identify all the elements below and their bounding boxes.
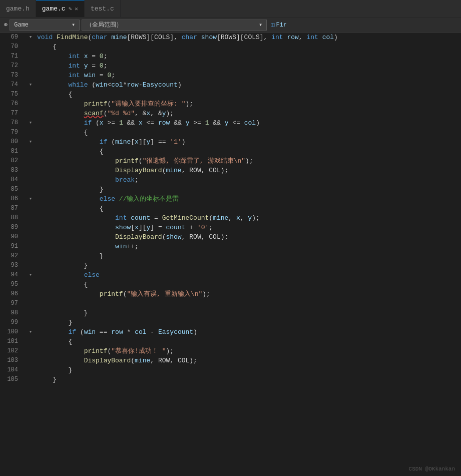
line-row-78: if (x >= 1 && x <= row && y >= 1 && y <=… bbox=[37, 118, 461, 128]
line-num-80: 80 bbox=[0, 137, 22, 147]
line-row-84: break; bbox=[37, 175, 461, 185]
tab-modified-icon: ✎ bbox=[69, 6, 72, 12]
line-num-70: 70 bbox=[0, 42, 22, 52]
line-row-69: void FindMine(char mine[ROWS][COLS], cha… bbox=[37, 33, 461, 42]
line-num-79: 79 bbox=[0, 128, 22, 137]
line-num-98: 98 bbox=[0, 308, 22, 318]
code-area: 69 70 71 72 73 74 75 76 77 78 79 80 81 8… bbox=[0, 33, 461, 476]
line-num-97: 97 bbox=[0, 299, 22, 308]
fold-90 bbox=[26, 232, 35, 242]
line-num-74: 74 bbox=[0, 80, 22, 90]
global-scope-chevron-icon: ▾ bbox=[259, 21, 262, 29]
fold-92 bbox=[26, 251, 35, 261]
line-num-94: 94 bbox=[0, 270, 22, 280]
line-num-81: 81 bbox=[0, 147, 22, 156]
line-row-70: { bbox=[37, 42, 461, 52]
fold-74[interactable]: ▾ bbox=[26, 80, 35, 90]
line-row-93: } bbox=[37, 261, 461, 270]
line-num-101: 101 bbox=[0, 337, 22, 346]
line-row-104: } bbox=[37, 365, 461, 375]
fold-96 bbox=[26, 289, 35, 299]
line-num-95: 95 bbox=[0, 280, 22, 289]
fold-77 bbox=[26, 109, 35, 118]
line-row-73: int win = 0; bbox=[37, 71, 461, 80]
tab-game-c-close[interactable]: ✕ bbox=[75, 6, 78, 12]
fold-69[interactable]: ▾ bbox=[26, 33, 35, 42]
fold-94[interactable]: ▾ bbox=[26, 270, 35, 280]
line-num-82: 82 bbox=[0, 156, 22, 166]
line-num-89: 89 bbox=[0, 223, 22, 232]
line-num-71: 71 bbox=[0, 52, 22, 61]
line-row-80: if (mine[x][y] == '1') bbox=[37, 137, 461, 147]
fold-78[interactable]: ▾ bbox=[26, 118, 35, 128]
line-row-91: win++; bbox=[37, 242, 461, 251]
line-num-87: 87 bbox=[0, 204, 22, 213]
fold-103 bbox=[26, 356, 35, 365]
toolbar-plus-icon: ⊕ bbox=[4, 21, 8, 29]
global-scope-dropdown[interactable]: （全局范围） ▾ bbox=[82, 20, 267, 31]
line-row-74: while (win<col*row-Easycount) bbox=[37, 80, 461, 90]
line-num-77: 77 bbox=[0, 109, 22, 118]
tab-bar: game.h game.c ✎ ✕ test.c bbox=[0, 0, 461, 18]
scope-dropdown[interactable]: Game ▾ bbox=[10, 20, 80, 31]
fold-98 bbox=[26, 308, 35, 318]
fold-105 bbox=[26, 375, 35, 384]
line-row-105: } bbox=[37, 375, 461, 384]
line-row-99: } bbox=[37, 318, 461, 327]
fold-75 bbox=[26, 90, 35, 99]
line-num-75: 75 bbox=[0, 90, 22, 99]
scope-chevron-icon: ▾ bbox=[72, 21, 75, 29]
line-row-85: } bbox=[37, 185, 461, 194]
watermark: CSDN @OKkankan bbox=[409, 466, 455, 472]
line-row-87: { bbox=[37, 204, 461, 213]
line-num-72: 72 bbox=[0, 61, 22, 71]
line-num-88: 88 bbox=[0, 213, 22, 223]
fold-100[interactable]: ▾ bbox=[26, 327, 35, 337]
fold-93 bbox=[26, 261, 35, 270]
nav-icon: ◫ bbox=[271, 21, 274, 29]
scope-label: Game bbox=[14, 22, 29, 29]
line-row-90: DisplayBoard(show, ROW, COL); bbox=[37, 232, 461, 242]
line-row-94: else bbox=[37, 270, 461, 280]
line-num-69: 69 bbox=[0, 33, 22, 42]
line-row-95: { bbox=[37, 280, 461, 289]
line-row-83: DisplayBoard(mine, ROW, COL); bbox=[37, 166, 461, 175]
tab-test-c[interactable]: test.c bbox=[85, 0, 121, 17]
line-num-93: 93 bbox=[0, 261, 22, 270]
fold-80[interactable]: ▾ bbox=[26, 137, 35, 147]
line-row-102: printf("恭喜你!成功！ "); bbox=[37, 346, 461, 356]
fold-89 bbox=[26, 223, 35, 232]
nav-box: ◫ Fir bbox=[271, 21, 287, 29]
tab-game-h[interactable]: game.h bbox=[0, 0, 36, 17]
fold-column: ▾ ▾ ▾ ▾ ▾ ▾ ▾ bbox=[26, 33, 35, 476]
fold-83 bbox=[26, 166, 35, 175]
fold-71 bbox=[26, 52, 35, 61]
line-row-97 bbox=[37, 299, 461, 308]
nav-label: Fir bbox=[276, 22, 287, 29]
fold-76 bbox=[26, 99, 35, 109]
line-num-104: 104 bbox=[0, 365, 22, 375]
fold-104 bbox=[26, 365, 35, 375]
line-numbers: 69 70 71 72 73 74 75 76 77 78 79 80 81 8… bbox=[0, 33, 26, 476]
fold-88 bbox=[26, 213, 35, 223]
fold-99 bbox=[26, 318, 35, 327]
fold-84 bbox=[26, 175, 35, 185]
line-row-100: if (win == row * col - Easycount) bbox=[37, 327, 461, 337]
fold-85 bbox=[26, 185, 35, 194]
tab-game-c[interactable]: game.c ✎ ✕ bbox=[36, 0, 85, 17]
line-num-102: 102 bbox=[0, 346, 22, 356]
fold-86[interactable]: ▾ bbox=[26, 194, 35, 204]
fold-87 bbox=[26, 204, 35, 213]
line-row-92: } bbox=[37, 251, 461, 261]
fold-79 bbox=[26, 128, 35, 137]
line-row-101: { bbox=[37, 337, 461, 346]
line-num-91: 91 bbox=[0, 242, 22, 251]
line-num-90: 90 bbox=[0, 232, 22, 242]
fold-95 bbox=[26, 280, 35, 289]
line-num-86: 86 bbox=[0, 194, 22, 204]
line-num-78: 78 bbox=[0, 118, 22, 128]
line-row-71: int x = 0; bbox=[37, 52, 461, 61]
line-row-103: DisplayBoard(mine, ROW, COL); bbox=[37, 356, 461, 365]
fold-91 bbox=[26, 242, 35, 251]
code-content[interactable]: void FindMine(char mine[ROWS][COLS], cha… bbox=[35, 33, 461, 476]
